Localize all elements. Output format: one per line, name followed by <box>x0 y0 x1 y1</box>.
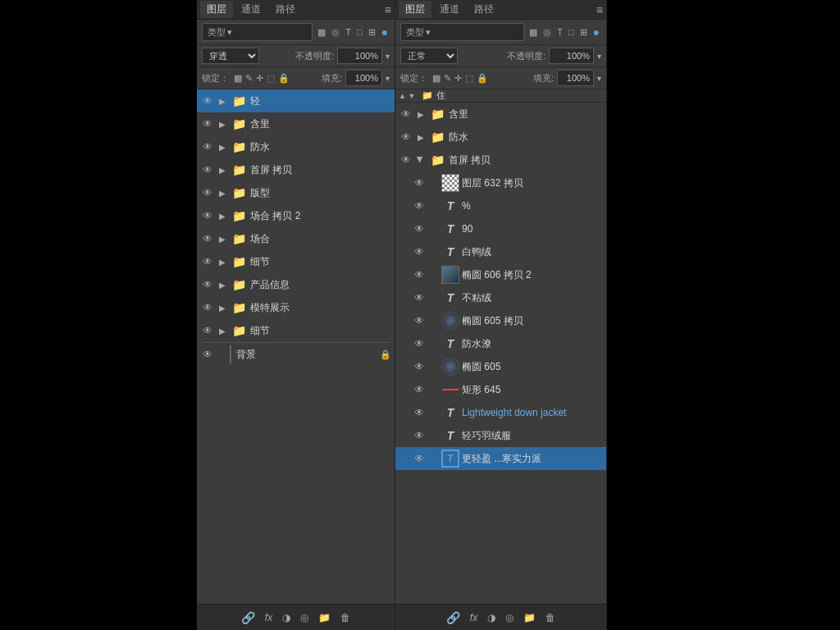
layer-item-xijie2[interactable]: 👁 ▶ 📁 细节 <box>197 319 395 342</box>
right-eye-juxing645[interactable]: 👁 <box>412 382 427 397</box>
left-opacity-arrow[interactable]: ▾ <box>386 52 390 61</box>
right-filter-adjust-icon[interactable]: ◎ <box>541 26 553 39</box>
eye-icon-xijie2[interactable]: 👁 <box>200 323 215 338</box>
eye-icon-changhe2[interactable]: 👁 <box>200 208 215 223</box>
layer-item-chanpin[interactable]: 👁 ▶ 📁 产品信息 <box>197 273 395 296</box>
right-fill-arrow[interactable]: ▾ <box>597 74 601 83</box>
eye-icon-fangshui[interactable]: 👁 <box>200 139 215 154</box>
right-eye-632[interactable]: 👁 <box>412 176 427 190</box>
right-layer-tuoyuan605[interactable]: 👁 椭圆 605 <box>395 355 606 378</box>
right-lock-pixel-icon[interactable]: ▩ <box>432 73 441 84</box>
layer-item-mote[interactable]: 👁 ▶ 📁 模特展示 <box>197 296 395 319</box>
left-tab-layers[interactable]: 图层 <box>200 1 233 18</box>
delete-icon-left[interactable]: 🗑 <box>340 612 350 623</box>
left-filter-smart-icon[interactable]: ⊞ <box>367 26 377 39</box>
right-eye-fangshuibiao[interactable]: 👁 <box>412 336 427 351</box>
delete-icon-right[interactable]: 🗑 <box>546 612 555 623</box>
right-layer-percent[interactable]: 👁 T % <box>395 194 606 217</box>
fx-icon-left[interactable]: fx <box>265 612 272 623</box>
layer-item-hanli[interactable]: 👁 ▶ 📁 含里 <box>197 112 395 135</box>
layer-item-qing[interactable]: 👁 ▶ 📁 轻 <box>197 89 395 112</box>
right-layer-90[interactable]: 👁 T 90 <box>395 217 606 240</box>
right-eye-tuoyuan605[interactable]: 👁 <box>412 359 427 374</box>
arrow-xijie1[interactable]: ▶ <box>217 257 227 267</box>
right-layer-tuoyuan605-copy[interactable]: 👁 椭圆 605 拷贝 <box>395 309 606 332</box>
left-blend-mode-select[interactable]: 穿透 <box>202 48 259 64</box>
right-arrow-shouping[interactable]: ▶ <box>416 155 426 165</box>
right-layer-fangshui[interactable]: 👁 ▶ 📁 防水 <box>395 126 606 148</box>
right-arrow-hanli[interactable]: ▶ <box>416 109 426 119</box>
right-layer-baiyarong[interactable]: 👁 T 白鸭绒 <box>395 240 606 263</box>
right-layer-632[interactable]: 👁 图层 632 拷贝 <box>395 171 606 194</box>
left-filter-pixel-icon[interactable]: ▩ <box>316 26 327 39</box>
left-opacity-input[interactable] <box>337 48 382 64</box>
left-tab-paths[interactable]: 路径 <box>269 1 302 18</box>
right-eye-percent[interactable]: 👁 <box>412 199 427 213</box>
eye-icon-background[interactable]: 👁 <box>200 347 215 362</box>
left-search-box[interactable]: 类型 ▾ <box>202 23 313 41</box>
arrow-shouping[interactable]: ▶ <box>217 165 227 175</box>
layer-item-background[interactable]: 👁 背景 🔒 <box>197 343 395 366</box>
right-eye-tuoyuan605-copy[interactable]: 👁 <box>412 313 427 328</box>
layer-item-changhe[interactable]: 👁 ▶ 📁 场合 <box>197 227 395 250</box>
right-layer-hanli[interactable]: 👁 ▶ 📁 含里 <box>395 103 606 126</box>
mask-icon-right[interactable]: ◎ <box>505 612 514 623</box>
right-layer-tuoyuan606-2[interactable]: 👁 椭圆 606 拷贝 2 <box>395 263 606 286</box>
arrow-changhe2[interactable]: ▶ <box>217 211 227 221</box>
left-filter-active-dot[interactable]: ● <box>380 25 390 39</box>
right-panel-menu-icon[interactable]: ≡ <box>596 3 603 16</box>
link-icon-right[interactable]: 🔗 <box>446 611 460 624</box>
right-layer-qingqiao[interactable]: 👁 T 轻巧羽绒服 <box>395 424 606 447</box>
eye-icon-xijie1[interactable]: 👁 <box>200 254 215 269</box>
left-fill-input[interactable] <box>345 70 382 86</box>
fx-icon-right[interactable]: fx <box>470 612 477 623</box>
right-filter-active-dot[interactable]: ● <box>591 25 601 39</box>
layer-item-shouping[interactable]: 👁 ▶ 📁 首屏 拷贝 <box>197 158 395 181</box>
left-lock-move-icon[interactable]: ✛ <box>256 73 263 84</box>
right-filter-pixel-icon[interactable]: ▩ <box>527 26 539 39</box>
left-lock-all-icon[interactable]: 🔒 <box>278 73 290 84</box>
right-opacity-arrow[interactable]: ▾ <box>597 52 601 61</box>
right-arrow-fangshui[interactable]: ▶ <box>416 132 426 142</box>
right-layer-gengqing[interactable]: 👁 T 更轻盈 ...寒实力派 <box>395 447 606 470</box>
right-layer-juxing645[interactable]: 👁 矩形 645 <box>395 378 606 401</box>
right-blend-mode-select[interactable]: 正常 <box>400 48 458 64</box>
arrow-fangshui[interactable]: ▶ <box>217 142 227 152</box>
right-layer-shouping[interactable]: 👁 ▶ 📁 首屏 拷贝 <box>395 148 606 171</box>
right-tab-channels[interactable]: 通道 <box>433 1 466 18</box>
left-lock-draw-icon[interactable]: ✎ <box>245 73 253 84</box>
right-lock-draw-icon[interactable]: ✎ <box>444 73 451 84</box>
left-panel-menu-icon[interactable]: ≡ <box>385 3 391 16</box>
left-lock-artboard-icon[interactable]: ⬚ <box>267 73 275 84</box>
layer-item-xijie1[interactable]: 👁 ▶ 📁 细节 <box>197 250 395 273</box>
right-lock-all-icon[interactable]: 🔒 <box>477 73 488 84</box>
right-filter-smart-icon[interactable]: ⊞ <box>578 26 589 39</box>
adjustment-icon-right[interactable]: ◑ <box>487 612 495 623</box>
layer-item-fangshui[interactable]: 👁 ▶ 📁 防水 <box>197 135 395 158</box>
left-filter-type-icon[interactable]: T <box>344 26 353 38</box>
arrow-banxing[interactable]: ▶ <box>217 188 227 198</box>
left-filter-adjust-icon[interactable]: ◎ <box>330 26 341 39</box>
layer-item-banxing[interactable]: 👁 ▶ 📁 版型 <box>197 181 395 204</box>
right-search-box[interactable]: 类型 ▾ <box>400 23 524 41</box>
folder-icon-left[interactable]: 📁 <box>318 612 331 623</box>
right-fill-input[interactable] <box>557 70 594 86</box>
right-opacity-input[interactable] <box>549 48 594 64</box>
eye-icon-mote[interactable]: 👁 <box>200 300 215 315</box>
right-eye-tuoyuan606-2[interactable]: 👁 <box>412 267 427 282</box>
arrow-qing[interactable]: ▶ <box>217 96 227 106</box>
left-filter-shape-icon[interactable]: □ <box>355 26 364 38</box>
eye-icon-qing[interactable]: 👁 <box>200 94 215 108</box>
right-eye-90[interactable]: 👁 <box>412 221 427 236</box>
right-eye-fangshui[interactable]: 👁 <box>399 130 413 144</box>
mask-icon-left[interactable]: ◎ <box>300 612 308 623</box>
right-filter-shape-icon[interactable]: □ <box>567 26 576 38</box>
scroll-up-arrow[interactable]: ▲ ▼ <box>399 92 415 100</box>
right-layer-buzhannian[interactable]: 👁 T 不粘绒 <box>395 286 606 309</box>
eye-icon-hanli[interactable]: 👁 <box>200 116 215 131</box>
folder-icon-right[interactable]: 📁 <box>523 612 536 623</box>
eye-icon-changhe[interactable]: 👁 <box>200 231 215 246</box>
left-lock-pixel-icon[interactable]: ▩ <box>234 73 242 84</box>
arrow-chanpin[interactable]: ▶ <box>217 280 227 290</box>
right-eye-hanli[interactable]: 👁 <box>399 107 413 121</box>
